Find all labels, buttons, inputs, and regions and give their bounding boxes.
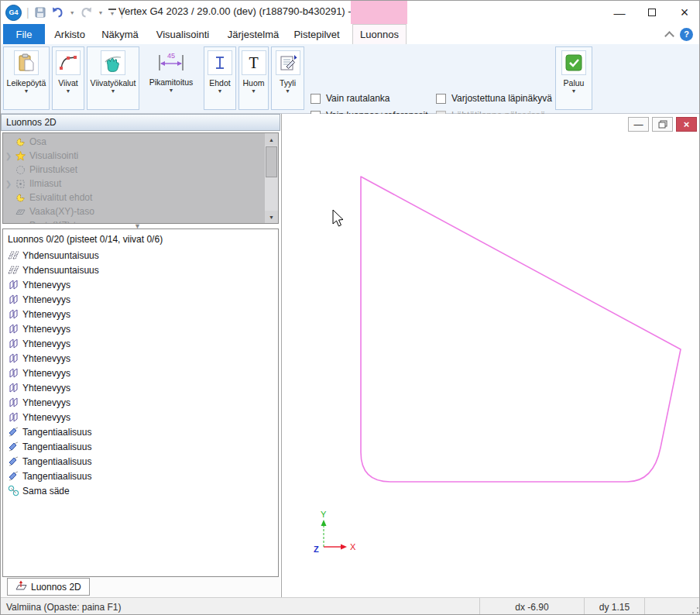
tab-arkisto[interactable]: Arkisto bbox=[47, 24, 92, 44]
scroll-down-icon[interactable]: ▼ bbox=[265, 211, 278, 223]
list-item[interactable]: Yhtenevyys bbox=[3, 321, 278, 336]
tree-item-piirustukset[interactable]: Piirustukset bbox=[3, 163, 77, 177]
list-item[interactable]: Yhdensuuntaisuus bbox=[3, 248, 278, 263]
list-item[interactable]: Tangentiaalisuus bbox=[3, 439, 278, 454]
collapse-ribbon-icon[interactable] bbox=[666, 24, 673, 44]
tab-file[interactable]: File bbox=[3, 24, 45, 44]
congruence-icon bbox=[7, 323, 20, 335]
chevron-down-icon: ▼ bbox=[251, 88, 256, 94]
paluu-button[interactable]: Paluu ▼ bbox=[555, 46, 592, 110]
undo-dropdown-icon[interactable]: ▼ bbox=[70, 10, 75, 15]
tab-luonnos[interactable]: Luonnos bbox=[352, 24, 407, 44]
sketch-plane-icon bbox=[15, 580, 27, 593]
text-note-icon: T bbox=[242, 50, 266, 75]
congruence-icon bbox=[7, 338, 20, 349]
tab-luonnos-2d[interactable]: Luonnos 2D bbox=[7, 578, 90, 596]
tree-item-esivalitut-ehdot[interactable]: Esivalitut ehdot bbox=[3, 191, 92, 204]
tangency-icon bbox=[7, 470, 20, 482]
list-item-label: Yhtenevyys bbox=[22, 383, 70, 393]
pikamitoitus-button[interactable]: 45 Pikamitoitus ▼ bbox=[142, 46, 201, 110]
scroll-up-icon[interactable]: ▲ bbox=[265, 133, 278, 146]
maximize-icon[interactable] bbox=[636, 1, 668, 24]
undo-icon[interactable] bbox=[51, 6, 64, 19]
mdi-restore-icon[interactable] bbox=[652, 117, 673, 132]
y-axis-label: Y bbox=[321, 510, 327, 519]
quick-access-toolbar: G4 | ▼ ▼ ▼ | bbox=[5, 1, 123, 24]
tree-item-osa[interactable]: Osa bbox=[3, 135, 46, 149]
checkbox-icon[interactable] bbox=[311, 94, 321, 104]
list-item-label: Yhtenevyys bbox=[22, 412, 70, 423]
tree-item-ilmiasut[interactable]: ❯ Ilmiasut bbox=[3, 177, 61, 191]
list-item[interactable]: Yhdensuuntaisuus bbox=[3, 263, 278, 277]
list-item[interactable]: Yhtenevyys bbox=[3, 380, 278, 395]
list-item-label: Tangentiaalisuus bbox=[22, 427, 91, 438]
close-icon[interactable]: × bbox=[668, 1, 700, 24]
status-dx: dx -6.90 bbox=[479, 598, 584, 615]
sketch-viewport[interactable]: Y X Z — × bbox=[281, 114, 700, 597]
list-item[interactable]: Yhtenevyys bbox=[3, 366, 278, 380]
congruence-icon bbox=[7, 382, 20, 393]
tree-item-label: Pysty(XZ)-taso bbox=[29, 220, 91, 224]
tree-item-visualisointi[interactable]: ❯ Visualisointi bbox=[3, 149, 78, 163]
redo-dropdown-icon[interactable]: ▼ bbox=[98, 10, 104, 15]
resize-grip[interactable] bbox=[691, 606, 699, 614]
chevron-down-icon: ▼ bbox=[218, 88, 223, 94]
help-icon[interactable]: ? bbox=[680, 24, 693, 44]
list-item-label: Yhtenevyys bbox=[22, 397, 70, 408]
tab-jarjestelma[interactable]: Järjestelmä bbox=[222, 24, 284, 44]
titlebar: G4 | ▼ ▼ ▼ | Vertex G4 2023 / 29.0.00 (d… bbox=[1, 1, 700, 24]
list-item[interactable]: Yhtenevyys bbox=[3, 351, 278, 366]
viivat-button[interactable]: Viivat ▼ bbox=[52, 46, 84, 110]
mdi-minimize-icon[interactable]: — bbox=[628, 117, 649, 132]
scrollbar-thumb[interactable] bbox=[266, 146, 277, 177]
list-item[interactable]: Tangentiaalisuus bbox=[3, 454, 278, 469]
tree-item-vaaka-xy-taso[interactable]: Vaaka(XY)-taso bbox=[3, 204, 94, 218]
list-item[interactable]: Yhtenevyys bbox=[3, 410, 278, 424]
list-item[interactable]: Sama säde bbox=[3, 483, 278, 498]
tab-pistepilvet[interactable]: Pistepilvet bbox=[289, 24, 345, 44]
expand-chevron-icon[interactable]: ❯ bbox=[3, 180, 14, 188]
mdi-close-icon[interactable]: × bbox=[676, 117, 697, 132]
list-item-label: Yhtenevyys bbox=[22, 324, 70, 335]
checkbox-vain-rautalanka[interactable]: Vain rautalanka bbox=[311, 93, 390, 104]
checkbox-icon[interactable] bbox=[436, 94, 446, 104]
ehdot-button[interactable]: Ehdot ▼ bbox=[204, 46, 236, 110]
ribbon: Leikepöytä ▼ Viivat ▼ Viivatyökalut ▼ bbox=[1, 44, 700, 114]
tangency-icon bbox=[7, 426, 20, 438]
vertex-g4-window: { "titlebar": { "logo_text": "G4", "app_… bbox=[0, 0, 700, 615]
save-icon[interactable] bbox=[34, 6, 46, 19]
tree-item-label: Esivalitut ehdot bbox=[29, 192, 92, 203]
checkbox-varjostettuna-lapinakyva[interactable]: Varjostettuna läpinäkyvä bbox=[436, 93, 552, 104]
list-item-label: Yhtenevyys bbox=[22, 338, 70, 349]
expand-chevron-icon[interactable]: ❯ bbox=[3, 152, 14, 160]
huom-button[interactable]: T Huom ▼ bbox=[238, 46, 269, 110]
polyline-icon bbox=[56, 50, 81, 75]
parallel-icon bbox=[7, 264, 20, 276]
leikepoyta-button[interactable]: Leikepöytä ▼ bbox=[3, 46, 50, 110]
list-item[interactable]: Tangentiaalisuus bbox=[3, 469, 278, 483]
same-radius-icon bbox=[7, 485, 20, 496]
redo-icon[interactable] bbox=[80, 6, 93, 19]
drawing-icon bbox=[14, 165, 26, 175]
sketch-shape[interactable] bbox=[361, 177, 681, 482]
tab-visualisointi[interactable]: Visualisointi bbox=[149, 24, 216, 44]
minimize-icon[interactable]: — bbox=[603, 1, 636, 24]
list-item[interactable]: Yhtenevyys bbox=[3, 336, 278, 351]
list-item[interactable]: Yhtenevyys bbox=[3, 277, 278, 292]
tab-nakyma[interactable]: Näkymä bbox=[97, 24, 143, 44]
list-item[interactable]: Yhtenevyys bbox=[3, 292, 278, 307]
chevron-down-icon: ▼ bbox=[66, 88, 71, 94]
list-item[interactable]: Tangentiaalisuus bbox=[3, 424, 278, 439]
list-item[interactable]: Yhtenevyys bbox=[3, 395, 278, 410]
list-item[interactable]: Yhtenevyys bbox=[3, 307, 278, 321]
viivatyokalut-button[interactable]: Viivatyökalut ▼ bbox=[87, 46, 139, 110]
app-logo-icon[interactable]: G4 bbox=[5, 5, 22, 21]
tyyli-button[interactable]: Tyyli ▼ bbox=[271, 46, 304, 110]
tree-item-pysty-xz-taso[interactable]: Pysty(XZ)-taso bbox=[3, 218, 91, 224]
panel-title: Luonnos 2D bbox=[1, 114, 280, 131]
constraint-list-header: Luonnos 0/20 (pisteet 0/14, viivat 0/6) bbox=[3, 229, 278, 248]
green-check-icon bbox=[561, 50, 586, 75]
tree-scrollbar[interactable]: ▲ ▼ bbox=[265, 133, 278, 223]
customize-quick-access-icon[interactable]: ▼ bbox=[108, 9, 116, 16]
line-tools-hand-icon bbox=[101, 50, 125, 75]
